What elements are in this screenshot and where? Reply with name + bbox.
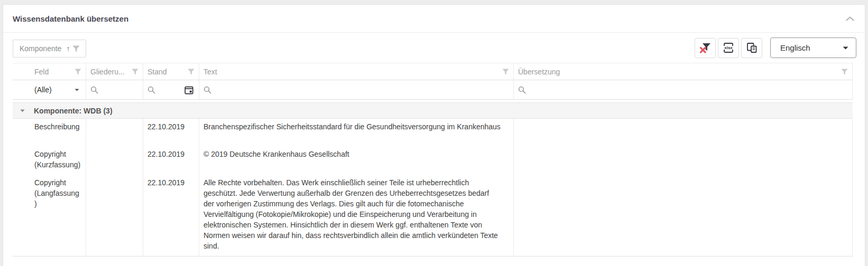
group-by-komponente-chip[interactable]: Komponente ↑ bbox=[13, 40, 86, 58]
xlsx-label: xlsx bbox=[724, 45, 733, 50]
filter-funnel-icon[interactable] bbox=[841, 69, 848, 75]
search-icon bbox=[147, 86, 155, 94]
column-header-feld[interactable]: Feld bbox=[13, 63, 86, 80]
sort-ascending-icon: ↑ bbox=[66, 44, 70, 53]
filter-funnel-icon bbox=[72, 45, 80, 52]
column-label: Text bbox=[204, 68, 217, 76]
toolbar: Komponente ↑ xlsx bbox=[3, 33, 865, 63]
filter-stand-input[interactable] bbox=[143, 80, 199, 99]
copy-icon bbox=[746, 42, 758, 53]
collapse-panel-button[interactable] bbox=[846, 16, 854, 21]
translation-grid: Feld Gliederu... Stand Text Übersetzung bbox=[13, 63, 853, 256]
column-header-uebersetzung[interactable]: Übersetzung bbox=[514, 63, 853, 80]
page-title: Wissensdatenbank übersetzen bbox=[13, 14, 128, 23]
search-icon bbox=[518, 86, 526, 94]
cell-uebersetzung[interactable] bbox=[514, 175, 853, 256]
column-label: Feld bbox=[34, 68, 49, 76]
cell-stand: 22.10.2019 bbox=[143, 119, 199, 146]
cell-uebersetzung[interactable] bbox=[514, 119, 853, 146]
search-icon bbox=[204, 86, 211, 94]
panel-header: Wissensdatenbank übersetzen bbox=[3, 5, 865, 33]
filter-remove-icon bbox=[699, 43, 711, 53]
language-dropdown[interactable]: Englisch bbox=[770, 37, 856, 58]
table-row[interactable]: Copyright (Langfassung) 22.10.2019 Alle … bbox=[13, 175, 853, 256]
chevron-up-icon bbox=[846, 16, 854, 21]
cell-uebersetzung[interactable] bbox=[514, 146, 853, 175]
table-row[interactable]: Beschreibung 22.10.2019 Branchenspezifis… bbox=[13, 119, 853, 146]
cell-feld: Beschreibung bbox=[13, 119, 86, 146]
filter-funnel-icon[interactable] bbox=[75, 69, 81, 75]
cell-text: © 2019 Deutsche Krankenhaus Gesellschaft bbox=[199, 146, 514, 175]
filter-feld-value: (Alle) bbox=[34, 86, 52, 94]
grid-header-row: Feld Gliederu... Stand Text Übersetzung bbox=[13, 63, 853, 80]
group-chip-label: Komponente bbox=[20, 44, 61, 53]
clear-filter-button[interactable] bbox=[695, 38, 716, 58]
calendar-icon[interactable] bbox=[184, 86, 193, 94]
group-row-label: Komponente: WDB (3) bbox=[34, 107, 113, 115]
cell-gliederung bbox=[86, 175, 143, 256]
filter-uebersetzung-input[interactable] bbox=[514, 80, 853, 99]
column-label: Übersetzung bbox=[518, 68, 560, 76]
export-xlsx-icon: xlsx bbox=[722, 42, 735, 53]
column-header-gliederung[interactable]: Gliederu... bbox=[86, 63, 143, 80]
cell-text: Branchenspezifischer Sicherheitsstandard… bbox=[199, 119, 514, 146]
chevron-down-icon bbox=[843, 46, 848, 50]
grid-filter-row: (Alle) bbox=[13, 80, 853, 100]
filter-funnel-icon[interactable] bbox=[188, 69, 195, 75]
cell-feld: Copyright (Kurzfassung) bbox=[13, 146, 86, 175]
column-label: Stand bbox=[147, 68, 167, 76]
cell-text: Alle Rechte vorbehalten. Das Werk einsch… bbox=[199, 175, 514, 256]
search-icon bbox=[90, 86, 98, 94]
column-header-text[interactable]: Text bbox=[199, 63, 514, 80]
export-xlsx-button[interactable]: xlsx bbox=[718, 38, 739, 58]
filter-gliederung-input[interactable] bbox=[86, 80, 143, 99]
cell-gliederung bbox=[86, 119, 143, 146]
filter-feld-select[interactable]: (Alle) bbox=[13, 80, 86, 99]
translate-knowledgebase-panel: Wissensdatenbank übersetzen Komponente ↑ bbox=[3, 4, 865, 266]
toolbar-right-controls: xlsx Englisch bbox=[692, 37, 856, 58]
filter-funnel-icon[interactable] bbox=[502, 69, 509, 75]
column-label: Gliederu... bbox=[90, 68, 125, 76]
group-row-komponente-wdb[interactable]: Komponente: WDB (3) bbox=[13, 102, 853, 119]
cell-gliederung bbox=[86, 146, 143, 175]
cell-stand: 22.10.2019 bbox=[143, 175, 199, 256]
copy-button[interactable] bbox=[741, 38, 762, 58]
table-row[interactable]: Copyright (Kurzfassung) 22.10.2019 © 201… bbox=[13, 146, 853, 175]
cell-stand: 22.10.2019 bbox=[143, 146, 199, 175]
grid-rows: Beschreibung 22.10.2019 Branchenspezifis… bbox=[13, 119, 853, 256]
group-collapse-icon[interactable] bbox=[20, 109, 25, 112]
filter-funnel-icon[interactable] bbox=[132, 69, 138, 75]
cell-feld: Copyright (Langfassung) bbox=[13, 175, 86, 256]
column-header-stand[interactable]: Stand bbox=[143, 63, 199, 80]
chevron-down-icon bbox=[75, 89, 79, 91]
language-dropdown-value: Englisch bbox=[780, 43, 810, 52]
filter-text-input[interactable] bbox=[199, 80, 514, 99]
